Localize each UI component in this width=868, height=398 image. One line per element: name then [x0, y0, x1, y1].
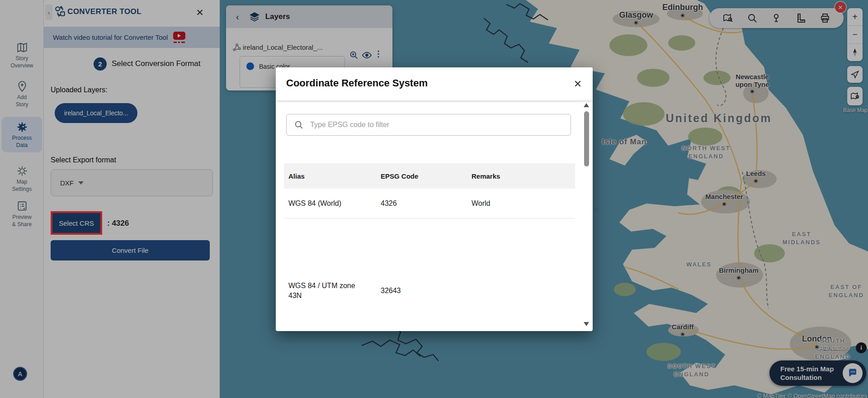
crs-modal-close-icon[interactable]: ✕: [571, 77, 585, 91]
table-row[interactable]: WGS 84 (World) 4326 World: [284, 189, 575, 218]
epsg-search-box[interactable]: [286, 114, 571, 136]
cell-epsg-code: 4326: [376, 195, 467, 212]
cell-alias: WGS 84 (World): [284, 195, 376, 212]
col-header-remarks: Remarks: [467, 172, 575, 180]
cell-remarks: World: [467, 195, 575, 212]
cell-alias: WGS 84 / UTM zone 43N: [284, 277, 376, 304]
crs-modal-header: Coordinate Reference System ✕: [276, 67, 593, 100]
app-root: Edinburgh◉Glasgow◉Newcastle upon Tyne◉Un…: [0, 0, 868, 398]
scrollbar-thumb[interactable]: [584, 111, 589, 166]
scrollbar-down-arrow[interactable]: [584, 322, 589, 326]
crs-modal-title: Coordinate Reference System: [286, 77, 428, 89]
crs-modal: Coordinate Reference System ✕ Alias EPSG…: [276, 67, 593, 331]
col-header-alias: Alias: [284, 172, 376, 180]
cell-epsg-code: 32643: [376, 282, 467, 299]
cell-remarks: [467, 218, 575, 227]
search-icon: [294, 120, 304, 130]
crs-table-header: Alias EPSG Code Remarks: [284, 163, 575, 189]
col-header-epsg: EPSG Code: [376, 172, 467, 180]
epsg-search-input[interactable]: [309, 120, 571, 129]
crs-table: Alias EPSG Code Remarks WGS 84 (World) 4…: [284, 163, 575, 331]
crs-table-rows: WGS 84 (World) 4326 World WGS 84 / UTM z…: [284, 189, 575, 331]
scrollbar-up-arrow[interactable]: [584, 103, 589, 107]
crs-modal-body: Alias EPSG Code Remarks WGS 84 (World) 4…: [276, 100, 593, 331]
table-row[interactable]: WGS 84 / UTM zone 43N 32643: [284, 218, 575, 331]
